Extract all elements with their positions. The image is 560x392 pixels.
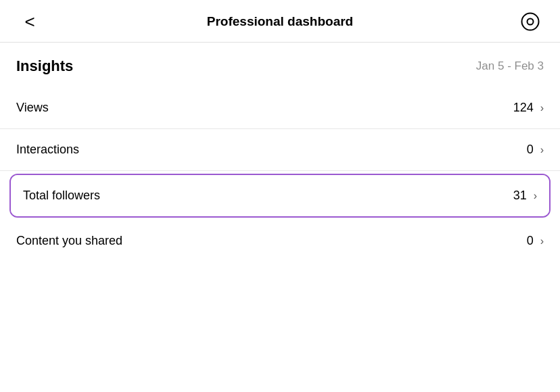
interactions-row[interactable]: Interactions 0 › <box>0 129 560 171</box>
views-chevron: › <box>540 102 544 114</box>
content-shared-label: Content you shared <box>16 234 122 248</box>
views-right: 124 › <box>513 101 544 115</box>
total-followers-right: 31 › <box>513 189 537 203</box>
gear-icon <box>521 12 540 31</box>
views-value: 124 <box>513 101 534 115</box>
interactions-value: 0 <box>527 143 534 157</box>
content-shared-chevron: › <box>540 235 544 247</box>
svg-point-0 <box>522 14 539 30</box>
views-label: Views <box>16 101 49 115</box>
insights-header: Insights Jan 5 - Feb 3 <box>0 43 560 87</box>
total-followers-value: 31 <box>513 189 527 203</box>
total-followers-row[interactable]: Total followers 31 › <box>11 175 549 216</box>
interactions-label: Interactions <box>16 143 79 157</box>
interactions-chevron: › <box>540 144 544 156</box>
content-shared-right: 0 › <box>527 234 544 248</box>
interactions-right: 0 › <box>527 143 544 157</box>
back-button[interactable]: < <box>16 13 43 30</box>
page-title: Professional dashboard <box>43 14 517 29</box>
svg-point-1 <box>528 19 534 25</box>
stats-list: Views 124 › Interactions 0 › Total follo… <box>0 87 560 262</box>
total-followers-label: Total followers <box>23 189 100 203</box>
content-shared-value: 0 <box>527 234 534 248</box>
content-shared-row[interactable]: Content you shared 0 › <box>0 220 560 262</box>
views-row[interactable]: Views 124 › <box>0 87 560 129</box>
settings-button[interactable] <box>517 12 544 31</box>
header: < Professional dashboard <box>0 0 560 43</box>
insights-title: Insights <box>16 57 73 75</box>
date-range: Jan 5 - Feb 3 <box>476 59 544 73</box>
total-followers-chevron: › <box>534 190 537 202</box>
total-followers-highlight-border: Total followers 31 › <box>9 174 551 218</box>
